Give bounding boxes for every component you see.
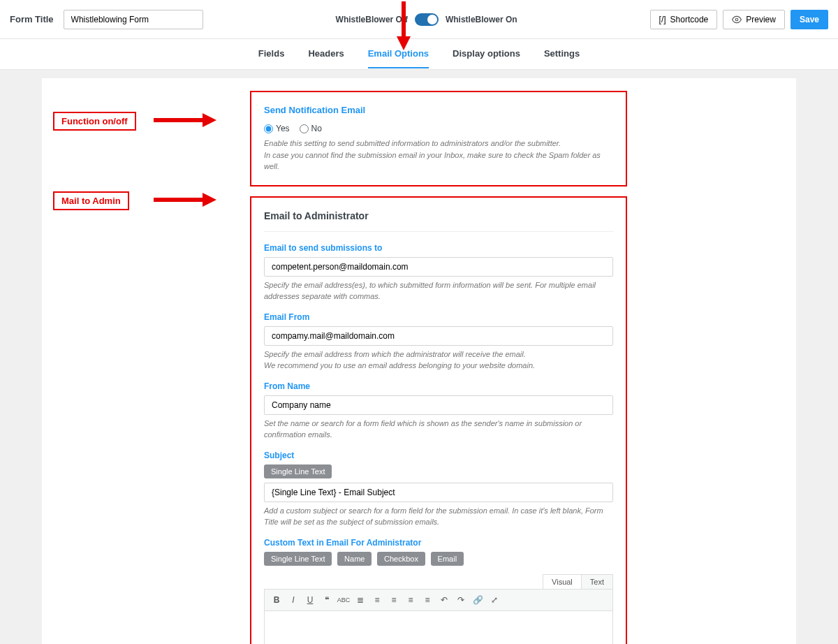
email-from-help-2: We recommend you to use an email address… [264,360,613,372]
from-name-label: From Name [264,381,613,391]
form-title-label: Form Title [10,14,54,24]
radio-no-label: No [311,124,322,133]
send-to-input[interactable] [264,257,613,277]
notification-radio-yes[interactable]: Yes [264,124,290,133]
tab-fields[interactable]: Fields [258,40,285,68]
editor-tab-visual[interactable]: Visual [543,574,582,589]
svg-point-0 [736,18,739,21]
bold-icon[interactable]: B [269,592,284,608]
email-from-label: Email From [264,312,613,322]
link-icon[interactable]: 🔗 [470,592,485,608]
notification-help-2: In case you cannot find the submission e… [264,149,613,173]
annotation-mail-to-admin: Mail to Admin [53,191,129,210]
editor-body[interactable]: Dear Competent Person {Single Line Text}… [264,611,613,645]
send-to-help: Specify the email address(es), to which … [264,279,613,302]
list-ul-icon[interactable]: ≣ [353,592,368,608]
undo-icon[interactable]: ↶ [436,592,452,608]
tabs-bar: Fields Headers Email Options Display opt… [0,39,838,70]
tab-display-options[interactable]: Display options [453,40,520,68]
from-name-input[interactable] [264,395,613,415]
subject-label: Subject [264,451,613,460]
eye-icon [732,15,742,24]
underline-icon[interactable]: U [302,592,318,608]
ct-tag-1[interactable]: Name [337,552,372,566]
whistleblower-toggle-area: WhistleBlower Off WhistleBlower On [209,13,645,26]
radio-yes-label: Yes [276,124,290,133]
page-container: Function on/off Mail to Admin Send Notif… [42,78,796,644]
radio-no-input[interactable] [300,124,309,133]
editor-line-0: Dear Competent Person [274,642,603,645]
notification-title: Send Notification Email [264,105,613,115]
shortcode-button[interactable]: [/] Shortcode [650,10,718,29]
annotation-arrow-1 [154,113,216,127]
list-ol-icon[interactable]: ≡ [369,592,385,608]
send-to-label: Email to send submissions to [264,243,613,253]
blockquote-icon[interactable]: ❝ [319,592,335,608]
shortcode-button-label: Shortcode [670,15,709,24]
annotation-arrow-down [397,1,411,50]
italic-icon[interactable]: I [286,592,301,608]
align-right-icon[interactable]: ≡ [420,592,435,608]
annotation-function-onoff: Function on/off [53,112,136,131]
ct-tag-0[interactable]: Single Line Text [264,552,332,566]
email-admin-heading: Email to Administrator [264,210,613,232]
annotation-arrow-2 [154,193,216,207]
custom-text-label: Custom Text in Email For Administrator [264,538,613,548]
subject-help: Add a custom subject or search for a for… [264,505,613,528]
preview-button-label: Preview [746,15,776,24]
notification-panel: Send Notification Email Yes No Enable th… [250,91,627,186]
email-admin-panel: Email to Administrator Email to send sub… [250,196,627,645]
email-from-input[interactable] [264,326,613,346]
save-button[interactable]: Save [791,10,828,29]
toggle-on-label: WhistleBlower On [446,15,517,24]
fullscreen-icon[interactable]: ⤢ [487,592,502,608]
editor-toolbar: B I U ❝ ABC ≣ ≡ ≡ ≡ ≡ ↶ ↷ 🔗 ⤢ [264,590,613,611]
form-title-input[interactable] [64,10,203,29]
align-left-icon[interactable]: ≡ [386,592,402,608]
top-bar: Form Title WhistleBlower Off WhistleBlow… [0,0,838,39]
preview-button[interactable]: Preview [723,10,785,29]
tab-headers[interactable]: Headers [308,40,344,68]
shortcode-icon: [/] [659,15,666,24]
subject-tag[interactable]: Single Line Text [264,464,332,478]
abc-icon[interactable]: ABC [336,592,351,608]
ct-tag-2[interactable]: Checkbox [377,552,425,566]
align-center-icon[interactable]: ≡ [403,592,418,608]
from-name-help: Set the name or search for a form field … [264,418,613,441]
ct-tag-3[interactable]: Email [431,552,464,566]
email-from-help-1: Specify the email address from which the… [264,349,613,360]
whistleblower-toggle[interactable] [415,13,439,26]
subject-input[interactable] [264,483,613,502]
tab-settings[interactable]: Settings [544,40,580,68]
notification-help-1: Enable this setting to send submitted in… [264,138,613,149]
radio-yes-input[interactable] [264,124,273,133]
editor-tab-text[interactable]: Text [581,574,613,589]
redo-icon[interactable]: ↷ [453,592,469,608]
notification-radio-no[interactable]: No [300,124,322,133]
